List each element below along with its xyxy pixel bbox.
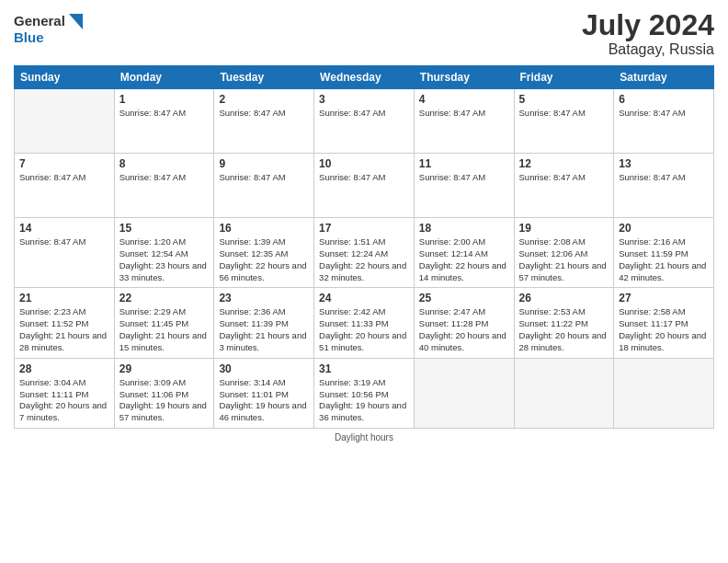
calendar-cell: 21Sunrise: 2:23 AM Sunset: 11:52 PM Dayl… (15, 288, 115, 358)
day-number: 27 (619, 292, 709, 304)
day-number: 29 (119, 362, 210, 375)
calendar-cell: 9Sunrise: 8:47 AM (214, 154, 314, 218)
day-number: 22 (119, 292, 210, 304)
day-number: 25 (419, 292, 509, 304)
calendar-cell (15, 89, 115, 154)
day-info: Sunrise: 2:42 AM Sunset: 11:33 PM Daylig… (319, 306, 409, 353)
week-row-4: 21Sunrise: 2:23 AM Sunset: 11:52 PM Dayl… (15, 288, 714, 358)
day-number: 26 (519, 292, 609, 304)
logo: GeneralBlue (14, 9, 87, 46)
day-number: 30 (219, 362, 309, 375)
calendar-cell: 11Sunrise: 8:47 AM (414, 154, 514, 218)
day-info: Sunrise: 2:23 AM Sunset: 11:52 PM Daylig… (19, 306, 109, 353)
calendar-cell: 30Sunrise: 3:14 AM Sunset: 11:01 PM Dayl… (214, 358, 314, 428)
day-info: Sunrise: 2:08 AM Sunset: 12:06 AM Daylig… (519, 236, 609, 283)
day-info: Sunrise: 8:47 AM (519, 108, 609, 120)
col-wednesday: Wednesday (314, 66, 415, 89)
day-info: Sunrise: 8:47 AM (219, 172, 309, 184)
calendar-cell: 4Sunrise: 8:47 AM (414, 89, 514, 154)
calendar-cell: 23Sunrise: 2:36 AM Sunset: 11:39 PM Dayl… (214, 288, 314, 358)
day-number: 3 (319, 93, 409, 106)
day-number: 2 (219, 93, 309, 106)
day-info: Sunrise: 3:04 AM Sunset: 11:11 PM Daylig… (19, 377, 109, 424)
col-monday: Monday (114, 66, 214, 89)
svg-text:General: General (14, 13, 65, 29)
calendar-cell: 22Sunrise: 2:29 AM Sunset: 11:45 PM Dayl… (114, 288, 214, 358)
day-info: Sunrise: 8:47 AM (519, 172, 609, 184)
calendar-cell: 31Sunrise: 3:19 AM Sunset: 10:56 PM Dayl… (314, 358, 415, 428)
day-info: Sunrise: 8:47 AM (619, 172, 709, 184)
day-info: Sunrise: 8:47 AM (19, 172, 109, 184)
week-row-1: 1Sunrise: 8:47 AM2Sunrise: 8:47 AM3Sunri… (15, 89, 714, 154)
day-number: 20 (619, 222, 709, 235)
day-info: Sunrise: 8:47 AM (419, 172, 509, 184)
col-tuesday: Tuesday (214, 66, 314, 89)
day-number: 17 (319, 222, 409, 235)
day-number: 9 (219, 157, 309, 170)
day-info: Sunrise: 2:16 AM Sunset: 11:59 PM Daylig… (619, 236, 709, 283)
calendar-cell: 28Sunrise: 3:04 AM Sunset: 11:11 PM Dayl… (15, 358, 115, 428)
day-info: Sunrise: 8:47 AM (619, 108, 709, 120)
day-number: 10 (319, 157, 409, 170)
day-info: Sunrise: 8:47 AM (119, 108, 210, 120)
calendar-cell (414, 358, 514, 428)
day-number: 1 (119, 93, 210, 106)
day-number: 19 (519, 222, 609, 235)
col-friday: Friday (514, 66, 614, 89)
day-number: 7 (19, 157, 109, 170)
calendar-cell: 3Sunrise: 8:47 AM (314, 89, 415, 154)
day-info: Sunrise: 1:20 AM Sunset: 12:54 AM Daylig… (119, 236, 210, 283)
day-info: Sunrise: 2:58 AM Sunset: 11:17 PM Daylig… (619, 306, 709, 353)
week-row-5: 28Sunrise: 3:04 AM Sunset: 11:11 PM Dayl… (15, 358, 714, 428)
day-number: 15 (119, 222, 210, 235)
week-row-2: 7Sunrise: 8:47 AM8Sunrise: 8:47 AM9Sunri… (15, 154, 714, 218)
month-title: July 2024 (582, 9, 714, 41)
day-info: Sunrise: 2:36 AM Sunset: 11:39 PM Daylig… (219, 306, 309, 353)
location: Batagay, Russia (582, 41, 714, 58)
day-info: Sunrise: 2:53 AM Sunset: 11:22 PM Daylig… (519, 306, 609, 353)
calendar-cell: 17Sunrise: 1:51 AM Sunset: 12:24 AM Dayl… (314, 218, 415, 288)
title-block: July 2024 Batagay, Russia (582, 9, 714, 58)
calendar-cell: 6Sunrise: 8:47 AM (614, 89, 714, 154)
day-info: Sunrise: 2:47 AM Sunset: 11:28 PM Daylig… (419, 306, 509, 353)
calendar-cell: 5Sunrise: 8:47 AM (514, 89, 614, 154)
day-info: Sunrise: 1:51 AM Sunset: 12:24 AM Daylig… (319, 236, 409, 283)
calendar-cell: 18Sunrise: 2:00 AM Sunset: 12:14 AM Dayl… (414, 218, 514, 288)
day-info: Sunrise: 2:29 AM Sunset: 11:45 PM Daylig… (119, 306, 210, 353)
day-info: Sunrise: 3:14 AM Sunset: 11:01 PM Daylig… (219, 377, 309, 424)
calendar-cell: 26Sunrise: 2:53 AM Sunset: 11:22 PM Dayl… (514, 288, 614, 358)
calendar-cell: 20Sunrise: 2:16 AM Sunset: 11:59 PM Dayl… (614, 218, 714, 288)
calendar-cell: 12Sunrise: 8:47 AM (514, 154, 614, 218)
day-info: Sunrise: 3:09 AM Sunset: 11:06 PM Daylig… (119, 377, 210, 424)
calendar-cell: 2Sunrise: 8:47 AM (214, 89, 314, 154)
calendar-header-row: Sunday Monday Tuesday Wednesday Thursday… (15, 66, 714, 89)
col-saturday: Saturday (614, 66, 714, 89)
calendar-cell: 8Sunrise: 8:47 AM (114, 154, 214, 218)
calendar-cell: 1Sunrise: 8:47 AM (114, 89, 214, 154)
page-header: GeneralBlue July 2024 Batagay, Russia (14, 9, 714, 58)
calendar-table: Sunday Monday Tuesday Wednesday Thursday… (14, 65, 714, 429)
day-number: 16 (219, 222, 309, 235)
calendar-cell: 14Sunrise: 8:47 AM (15, 218, 115, 288)
calendar-cell: 27Sunrise: 2:58 AM Sunset: 11:17 PM Dayl… (614, 288, 714, 358)
calendar-cell: 29Sunrise: 3:09 AM Sunset: 11:06 PM Dayl… (114, 358, 214, 428)
week-row-3: 14Sunrise: 8:47 AM15Sunrise: 1:20 AM Sun… (15, 218, 714, 288)
calendar-cell: 19Sunrise: 2:08 AM Sunset: 12:06 AM Dayl… (514, 218, 614, 288)
day-info: Sunrise: 8:47 AM (319, 108, 409, 120)
day-number: 23 (219, 292, 309, 304)
day-number: 11 (419, 157, 509, 170)
day-info: Sunrise: 8:47 AM (319, 172, 409, 184)
calendar-cell: 13Sunrise: 8:47 AM (614, 154, 714, 218)
col-sunday: Sunday (15, 66, 115, 89)
day-number: 5 (519, 93, 609, 106)
calendar-cell: 24Sunrise: 2:42 AM Sunset: 11:33 PM Dayl… (314, 288, 415, 358)
footer-note: Daylight hours (14, 432, 714, 442)
day-number: 21 (19, 292, 109, 304)
day-info: Sunrise: 8:47 AM (219, 108, 309, 120)
day-number: 24 (319, 292, 409, 304)
calendar-cell: 7Sunrise: 8:47 AM (15, 154, 115, 218)
day-number: 8 (119, 157, 210, 170)
calendar-cell (514, 358, 614, 428)
day-info: Sunrise: 3:19 AM Sunset: 10:56 PM Daylig… (319, 377, 409, 424)
day-number: 13 (619, 157, 709, 170)
